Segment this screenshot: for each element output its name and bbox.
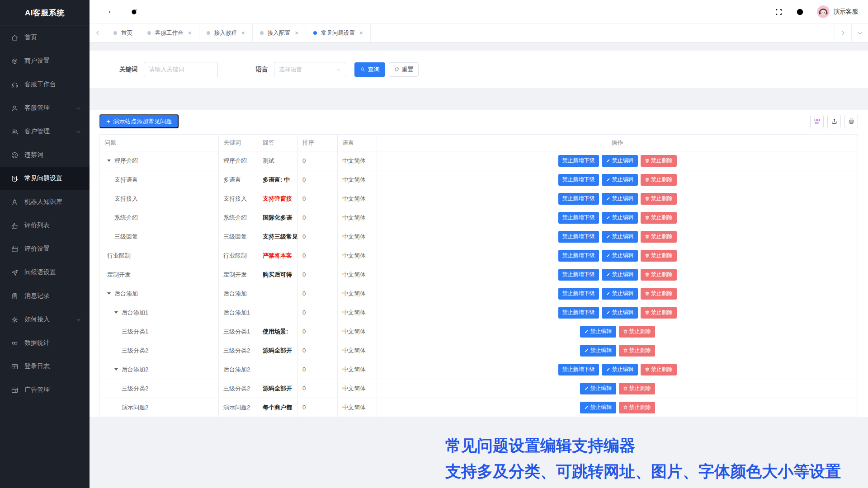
forbid-add-child-button[interactable]: 禁止新增下级 <box>558 231 599 243</box>
tab-close-icon[interactable]: × <box>241 30 245 36</box>
forbid-edit-button[interactable]: 禁止编辑 <box>602 288 638 300</box>
fullscreen-icon[interactable] <box>774 8 783 16</box>
sidebar-item-headset[interactable]: 客服工作台 <box>0 73 90 96</box>
forbid-add-child-button[interactable]: 禁止新增下级 <box>558 155 599 167</box>
tabs-scroll-left-button[interactable] <box>90 24 106 42</box>
users-icon <box>11 128 19 136</box>
current-user-name[interactable]: 演示客服 <box>834 8 858 16</box>
question-cell: 三级分类1 <box>100 322 219 341</box>
avatar[interactable] <box>817 5 830 18</box>
keyword-input[interactable] <box>144 62 218 77</box>
forbid-delete-button[interactable]: 禁止删除 <box>641 288 677 300</box>
forbid-delete-button[interactable]: 禁止删除 <box>619 326 655 338</box>
tabs-menu-button[interactable] <box>851 24 868 42</box>
forbid-edit-button[interactable]: 禁止编辑 <box>602 364 638 375</box>
question-text: 三级回复 <box>114 233 138 241</box>
sidebar-fold-icon[interactable] <box>108 8 116 16</box>
tree-collapse-icon[interactable] <box>114 368 118 371</box>
tab-close-icon[interactable]: × <box>295 30 298 36</box>
forbid-delete-button[interactable]: 禁止删除 <box>641 250 677 262</box>
tree-collapse-icon[interactable] <box>114 311 118 314</box>
send-icon <box>11 269 19 277</box>
forbid-edit-button[interactable]: 禁止编辑 <box>580 383 616 394</box>
forbid-edit-button[interactable]: 禁止编辑 <box>602 307 638 319</box>
forbid-delete-button[interactable]: 禁止删除 <box>619 383 655 394</box>
forbid-delete-button[interactable]: 禁止删除 <box>641 155 677 167</box>
forbid-delete-button[interactable]: 禁止删除 <box>641 174 677 186</box>
tab-dot <box>313 31 317 35</box>
tab-接入配置[interactable]: 接入配置× <box>253 24 306 42</box>
sidebar-item-clipboard[interactable]: 消息记录 <box>0 284 90 308</box>
trash-icon <box>623 405 628 410</box>
forbid-add-child-button[interactable]: 禁止新增下级 <box>558 364 599 375</box>
answer-cell <box>258 284 298 303</box>
column-settings-button[interactable] <box>810 115 824 128</box>
forbid-delete-button[interactable]: 禁止删除 <box>641 212 677 224</box>
sidebar-item-log[interactable]: 登录日志 <box>0 355 90 378</box>
add-faq-button[interactable]: 演示站点添加常见问题 <box>99 114 179 128</box>
forbid-edit-button[interactable]: 禁止编辑 <box>602 250 638 262</box>
tab-close-icon[interactable]: × <box>188 30 192 36</box>
select-caret-icon <box>336 67 341 72</box>
answer-cell <box>258 360 298 379</box>
sidebar-item-gear[interactable]: 商户设置 <box>0 49 90 73</box>
sidebar-item-thumb[interactable]: 评价列表 <box>0 214 90 237</box>
forbid-add-child-button[interactable]: 禁止新增下级 <box>558 288 599 300</box>
tab-客服工作台[interactable]: 客服工作台× <box>140 24 199 42</box>
tree-collapse-icon[interactable] <box>107 160 111 162</box>
question-cell: 系统介绍 <box>100 208 219 227</box>
tab-接入教程[interactable]: 接入教程× <box>199 24 253 42</box>
tab-label: 接入配置 <box>268 29 290 37</box>
language-globe-icon[interactable] <box>796 8 804 16</box>
sidebar-item-robot[interactable]: 机器人知识库 <box>0 190 90 214</box>
pencil-icon <box>584 329 589 334</box>
forbid-delete-button[interactable]: 禁止删除 <box>619 345 655 357</box>
language-select[interactable]: 选择语言 <box>274 62 346 77</box>
tab-常见问题设置[interactable]: 常见问题设置× <box>306 24 371 42</box>
sidebar-item-api[interactable]: 如何接入 <box>0 308 90 331</box>
tree-collapse-icon[interactable] <box>107 292 111 295</box>
reset-button[interactable]: 重置 <box>389 62 419 77</box>
forbid-edit-button[interactable]: 禁止编辑 <box>602 155 638 167</box>
sidebar-item-user[interactable]: 客服管理 <box>0 96 90 120</box>
forbid-add-child-button[interactable]: 禁止新增下级 <box>558 174 599 186</box>
forbid-edit-button[interactable]: 禁止编辑 <box>602 174 638 186</box>
forbid-edit-button[interactable]: 禁止编辑 <box>602 269 638 281</box>
forbid-add-child-button[interactable]: 禁止新增下级 <box>558 269 599 281</box>
forbid-delete-button[interactable]: 禁止删除 <box>641 269 677 281</box>
sidebar-item-ad[interactable]: 广告管理 <box>0 378 90 402</box>
export-button[interactable] <box>827 115 841 128</box>
sidebar-item-frown[interactable]: 违禁词 <box>0 143 90 167</box>
forbid-delete-button[interactable]: 禁止删除 <box>641 307 677 319</box>
forbid-delete-button[interactable]: 禁止删除 <box>619 402 655 413</box>
headset-icon <box>11 81 19 89</box>
language-cell: 中文简体 <box>338 322 377 341</box>
forbid-edit-button[interactable]: 禁止编辑 <box>580 326 616 338</box>
sidebar-item-home[interactable]: 首页 <box>0 26 90 49</box>
forbid-add-child-button[interactable]: 禁止新增下级 <box>558 193 599 205</box>
sidebar-item-note[interactable]: 评价设置 <box>0 237 90 261</box>
tab-close-icon[interactable]: × <box>359 30 363 36</box>
refresh-icon[interactable] <box>130 8 138 16</box>
search-button[interactable]: 查询 <box>354 62 385 77</box>
sidebar-item-stats[interactable]: 数据统计 <box>0 331 90 355</box>
tab-dot <box>113 31 117 35</box>
forbid-edit-button[interactable]: 禁止编辑 <box>602 231 638 243</box>
forbid-delete-button[interactable]: 禁止删除 <box>641 193 677 205</box>
forbid-delete-button[interactable]: 禁止删除 <box>641 231 677 243</box>
forbid-edit-button[interactable]: 禁止编辑 <box>602 212 638 224</box>
sidebar-item-faq[interactable]: 常见问题设置 <box>0 167 90 190</box>
forbid-edit-button[interactable]: 禁止编辑 <box>580 345 616 357</box>
tabs-scroll-right-button[interactable] <box>835 24 851 42</box>
forbid-edit-button[interactable]: 禁止编辑 <box>602 193 638 205</box>
sidebar-item-users[interactable]: 客户管理 <box>0 120 90 143</box>
forbid-edit-button[interactable]: 禁止编辑 <box>580 402 616 413</box>
forbid-delete-button[interactable]: 禁止删除 <box>641 364 677 375</box>
sidebar-item-send[interactable]: 问候语设置 <box>0 261 90 284</box>
forbid-add-child-button[interactable]: 禁止新增下级 <box>558 307 599 319</box>
answer-cell <box>258 303 298 322</box>
forbid-add-child-button[interactable]: 禁止新增下级 <box>558 250 599 262</box>
forbid-add-child-button[interactable]: 禁止新增下级 <box>558 212 599 224</box>
print-button[interactable] <box>844 115 858 128</box>
tab-首页[interactable]: 首页 <box>106 24 140 42</box>
